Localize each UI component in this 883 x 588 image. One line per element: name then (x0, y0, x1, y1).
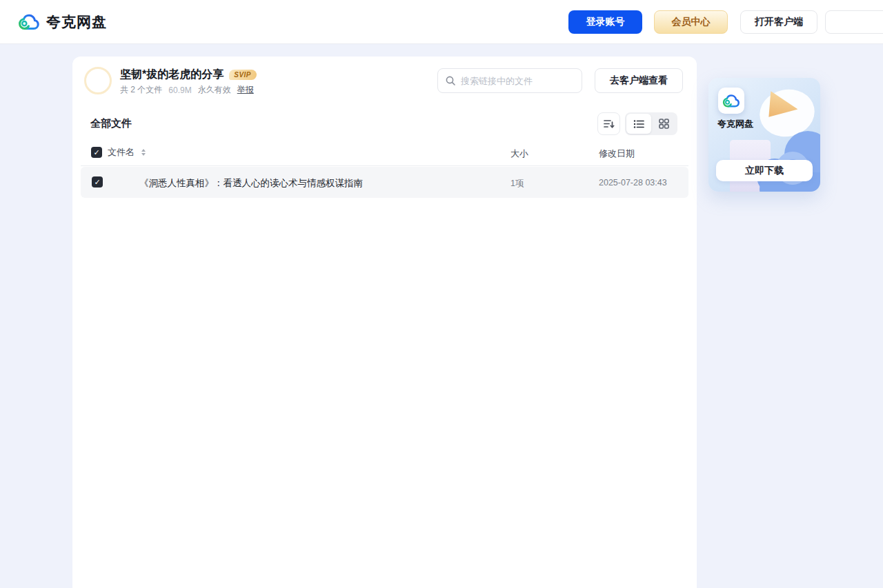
sort-icon (603, 118, 615, 130)
file-modified-date: 2025-07-28 03:43 (599, 178, 667, 187)
table-divider (81, 165, 688, 166)
download-now-button[interactable]: 立即下载 (716, 160, 813, 181)
column-name-sort[interactable]: ✓ 文件名 (91, 146, 146, 159)
open-client-button[interactable]: 打开客户端 (740, 10, 817, 34)
share-validity: 永久有效 (198, 84, 231, 96)
vip-center-button[interactable]: 会员中心 (654, 10, 728, 34)
column-modified-label: 修改日期 (599, 148, 635, 160)
list-view-icon (633, 119, 644, 129)
table-row[interactable]: ✓ 《洞悉人性真相》：看透人心的读心术与情感权谋指南 1项 2025-07-28… (81, 167, 688, 198)
section-title: 全部文件 (90, 117, 132, 130)
table-header: ✓ 文件名 大小 修改日期 (72, 145, 697, 161)
login-button[interactable]: 登录账号 (568, 10, 642, 34)
header: 夸克网盘 登录账号 会员中心 打开客户端 (0, 0, 883, 44)
search-icon (445, 75, 456, 86)
share-title-line: 坚韧*拔的老虎的分享 SVIP (120, 68, 257, 81)
file-name: 《洞悉人性真相》：看透人心的读心术与情感权谋指南 (139, 177, 363, 190)
go-client-button[interactable]: 去客户端查看 (595, 68, 683, 93)
svip-badge: SVIP (229, 70, 257, 80)
share-meta: 共 2 个文件 60.9M 永久有效 举报 (120, 84, 254, 96)
check-icon: ✓ (94, 179, 100, 186)
share-title: 坚韧*拔的老虎的分享 (120, 68, 224, 82)
row-checkbox[interactable]: ✓ (92, 176, 103, 187)
grid-view-button[interactable] (651, 114, 676, 134)
column-name-label: 文件名 (108, 146, 135, 159)
report-link[interactable]: 举报 (237, 84, 254, 96)
view-toggle (625, 112, 677, 135)
check-icon: ✓ (93, 149, 99, 156)
topbar-actions: 登录账号 会员中心 打开客户端 (0, 10, 883, 34)
avatar (84, 67, 112, 94)
share-files-count: 共 2 个文件 (120, 84, 162, 96)
promo-brand-name: 夸克网盘 (717, 118, 753, 130)
search-input[interactable] (461, 76, 582, 86)
share-total-size: 60.9M (168, 85, 191, 95)
share-card: 坚韧*拔的老虎的分享 SVIP 共 2 个文件 60.9M 永久有效 举报 去客… (72, 57, 697, 588)
file-size: 1项 (510, 178, 524, 190)
sort-order-button[interactable] (597, 112, 620, 135)
extra-button[interactable] (825, 10, 883, 34)
quark-app-icon (718, 88, 744, 114)
list-view-button[interactable] (626, 114, 651, 134)
select-all-checkbox[interactable]: ✓ (91, 147, 102, 158)
search-box[interactable] (437, 68, 582, 93)
sort-caret-icon (141, 149, 146, 156)
grid-view-icon (659, 119, 669, 129)
folder-icon (111, 172, 135, 192)
app-download-card: 夸克网盘 立即下载 (708, 78, 820, 192)
column-size-label: 大小 (510, 148, 528, 160)
